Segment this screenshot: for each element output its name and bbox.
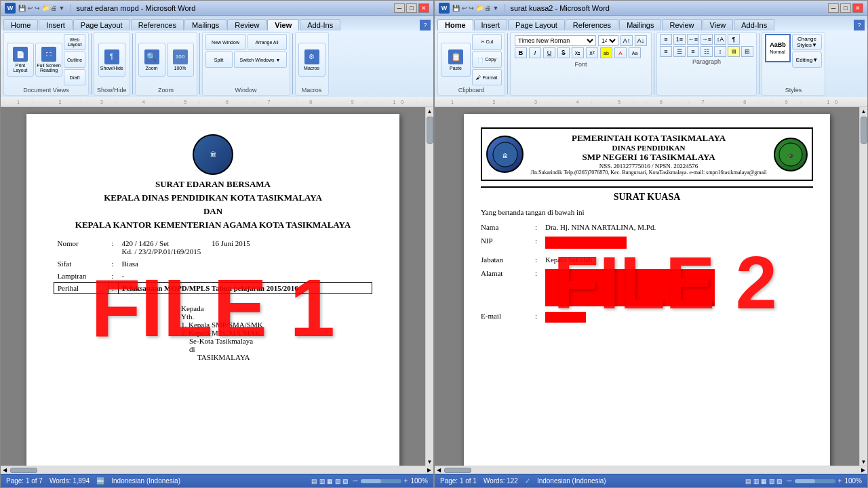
italic-btn[interactable]: I <box>529 47 541 58</box>
scroll-down-right[interactable]: ▼ <box>860 458 867 466</box>
font-color-btn[interactable]: A <box>614 47 627 58</box>
paste-btn[interactable]: 📋 Paste <box>441 43 471 77</box>
zoom-plus-right[interactable]: + <box>838 477 842 485</box>
zoom-plus-left[interactable]: + <box>404 477 408 485</box>
zoom-btn[interactable]: 🔍 Zoom <box>138 43 165 77</box>
borders-btn[interactable]: ⊞ <box>741 46 753 57</box>
draft-btn[interactable]: Draft <box>64 69 85 85</box>
field-colon: : <box>108 237 119 258</box>
tab-references-left[interactable]: References <box>131 19 184 30</box>
scrollbar-h-left[interactable]: ◀ ▶ <box>1 466 433 474</box>
shrink-font-btn[interactable]: A↓ <box>635 35 647 46</box>
scroll-hthumb-left[interactable] <box>10 468 37 473</box>
scroll-right-left[interactable]: ▶ <box>425 467 433 473</box>
minimize-btn-left[interactable]: ─ <box>394 3 405 13</box>
styles-btns: AaBb Normal ChangeStyles▼ Editing▼ <box>765 34 822 85</box>
sort-btn[interactable]: ↕A <box>714 34 726 45</box>
print-layout-btn[interactable]: 📄 PrintLayout <box>7 43 34 77</box>
tab-references-right[interactable]: References <box>566 19 618 30</box>
tab-view-left[interactable]: View <box>267 19 299 30</box>
scroll-up-right[interactable]: ▲ <box>860 107 867 115</box>
logo-school: 🎓 <box>774 138 808 171</box>
tab-view-right[interactable]: View <box>703 19 734 30</box>
highlight-btn[interactable]: ab <box>600 47 612 58</box>
zoom-track-right[interactable] <box>795 479 835 483</box>
tab-mailings-right[interactable]: Mailings <box>619 19 661 30</box>
window-controls-left[interactable]: ─ □ ✕ <box>394 3 429 13</box>
underline-btn[interactable]: U <box>543 47 555 58</box>
clear-format-btn[interactable]: Aa <box>629 47 641 58</box>
align-right-btn[interactable]: ≡ <box>687 46 699 57</box>
new-window-btn[interactable]: New Window <box>205 34 246 50</box>
bold-btn[interactable]: B <box>515 47 527 58</box>
tab-pagelayout-left[interactable]: Page Layout <box>73 19 130 30</box>
cut-btn[interactable]: ✂ Cut <box>472 34 502 50</box>
scrollbar-v-right[interactable]: ▲ ▼ <box>859 107 867 466</box>
editing-btn[interactable]: Editing▼ <box>792 52 822 68</box>
scroll-left-left[interactable]: ◀ <box>1 467 9 473</box>
font-name-select[interactable]: Times New Roman <box>515 35 596 46</box>
scroll-thumb-right[interactable] <box>861 117 867 144</box>
close-btn-right[interactable]: ✕ <box>852 3 863 13</box>
scrollbar-v-left[interactable]: ▲ ▼ <box>425 107 433 466</box>
tab-home-right[interactable]: Home <box>437 19 473 30</box>
justify-btn[interactable]: ☷ <box>701 46 713 57</box>
minimize-btn-right[interactable]: ─ <box>828 3 839 13</box>
split-btn[interactable]: Split <box>205 52 233 68</box>
increase-indent-btn[interactable]: →≡ <box>701 34 713 45</box>
copy-btn[interactable]: 📄 Copy <box>472 52 502 68</box>
web-layout-btn[interactable]: Web Layout <box>64 34 85 50</box>
tab-mailings-left[interactable]: Mailings <box>184 19 226 30</box>
scrollbar-h-right[interactable]: ◀ ▶ <box>435 466 867 474</box>
tab-review-right[interactable]: Review <box>662 19 701 30</box>
scroll-left-right[interactable]: ◀ <box>435 467 443 473</box>
bullets-btn[interactable]: ≡ <box>660 34 672 45</box>
tab-insert-right[interactable]: Insert <box>474 19 508 30</box>
align-left-btn[interactable]: ≡ <box>660 46 672 57</box>
window-controls-right[interactable]: ─ □ ✕ <box>828 3 863 13</box>
maximize-btn-left[interactable]: □ <box>406 3 417 13</box>
close-btn-left[interactable]: ✕ <box>418 3 429 13</box>
zoom-track-left[interactable] <box>361 479 401 483</box>
scroll-down-left[interactable]: ▼ <box>426 458 433 466</box>
help-btn-right[interactable]: ? <box>854 20 865 30</box>
tab-review-left[interactable]: Review <box>227 19 267 30</box>
tab-addins-left[interactable]: Add-Ins <box>300 19 340 30</box>
change-styles-btn[interactable]: ChangeStyles▼ <box>792 34 822 50</box>
help-btn-left[interactable]: ? <box>420 20 431 30</box>
outline-btn[interactable]: Outline <box>64 52 85 68</box>
macros-btn[interactable]: ⚙ Macros <box>298 43 326 77</box>
zoom100-btn[interactable]: 100 100% <box>167 43 194 77</box>
format-painter-btn[interactable]: 🖌 Format <box>472 69 502 85</box>
strikethrough-btn[interactable]: S̶ <box>557 47 570 58</box>
tab-addins-right[interactable]: Add-Ins <box>734 19 774 30</box>
tab-home-left[interactable]: Home <box>3 19 38 30</box>
scroll-up-left[interactable]: ▲ <box>426 107 433 115</box>
numbering-btn[interactable]: 1≡ <box>673 34 686 45</box>
switch-windows-btn[interactable]: Switch Windows ▼ <box>234 52 287 68</box>
grow-font-btn[interactable]: A↑ <box>620 35 633 46</box>
doc-scroll-left[interactable]: FILE 1 🏛 SURAT EDARAN BERSAMA KEPALA DIN… <box>1 107 425 466</box>
zoom-minus-left[interactable]: ─ <box>353 477 357 485</box>
quick-styles-btn[interactable]: AaBb Normal <box>765 34 791 62</box>
zoom-minus-right[interactable]: ─ <box>787 477 791 485</box>
doc-scroll-right[interactable]: FILE 2 🏛 PEMERINTAH KOTA TASIKMALAYA <box>435 107 859 466</box>
arrange-all-btn[interactable]: Arrange All <box>248 34 287 50</box>
maximize-btn-right[interactable]: □ <box>840 3 851 13</box>
decrease-indent-btn[interactable]: ←≡ <box>687 34 699 45</box>
tab-insert-left[interactable]: Insert <box>39 19 73 30</box>
scroll-thumb-left[interactable] <box>427 117 433 144</box>
tab-pagelayout-right[interactable]: Page Layout <box>508 19 565 30</box>
align-center-btn[interactable]: ☰ <box>673 46 686 57</box>
show-marks-btn[interactable]: ¶ <box>728 34 740 45</box>
scroll-right-right[interactable]: ▶ <box>859 467 867 473</box>
font-size-select[interactable]: 14 <box>598 35 618 46</box>
docviews-btns: 📄 PrintLayout ⛶ Full ScreenReading Web L… <box>7 34 85 85</box>
showhide-btn[interactable]: ¶ Show/Hide <box>98 43 125 77</box>
superscript-btn[interactable]: x² <box>586 47 598 58</box>
fullscreen-btn[interactable]: ⛶ Full ScreenReading <box>35 43 62 77</box>
scroll-hthumb-right[interactable] <box>444 468 471 473</box>
subscript-btn[interactable]: x₂ <box>572 47 584 58</box>
shading-btn[interactable]: ▤ <box>728 46 740 57</box>
line-spacing-btn[interactable]: ↕ <box>714 46 726 57</box>
